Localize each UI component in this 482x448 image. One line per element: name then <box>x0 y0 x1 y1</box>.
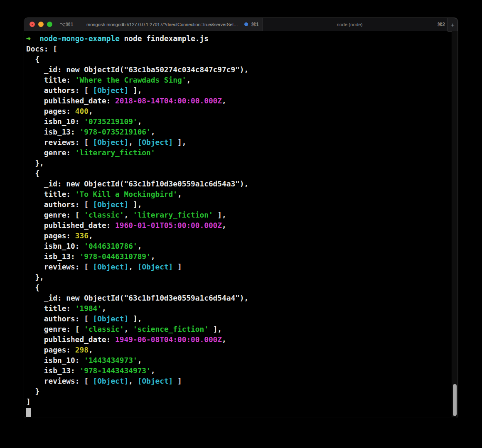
terminal-line: title: 'Where the Crawdads Sing', <box>26 75 452 85</box>
terminal-window: ⌥⌘1 mongosh mongodb://127.0.0.1:27017/?d… <box>24 17 458 418</box>
terminal-line: pages: 400, <box>26 106 452 116</box>
terminal-line: title: 'To Kill a Mockingbird', <box>26 189 452 199</box>
terminal-line: reviews: [ [Object], [Object] ] <box>26 376 452 386</box>
terminal-line: ] <box>26 397 452 407</box>
terminal-line: isb_13: '978-0446310789', <box>26 251 452 262</box>
terminal-line: genre: [ 'classic', 'literary_fiction' ]… <box>26 210 452 220</box>
terminal-line: pages: 336, <box>26 230 452 241</box>
terminal-line: published_date: 2018-08-14T04:00:00.000Z… <box>26 95 452 106</box>
terminal-line: } <box>26 386 452 397</box>
tab-node[interactable]: node (node) ⌘2 <box>262 18 448 31</box>
terminal-line: isbn_10: '1443434973', <box>26 355 452 365</box>
terminal-line: genre: 'literary_fiction' <box>26 147 452 158</box>
terminal-line: published_date: 1960-01-01T05:00:00.000Z… <box>26 220 452 230</box>
terminal-line: authors: [ [Object] ], <box>26 199 452 210</box>
terminal-line: isbn_10: '0446310786', <box>26 241 452 251</box>
terminal-line: reviews: [ [Object], [Object] ] <box>26 262 452 272</box>
terminal-line: _id: new ObjectId("63c1bf10d3e0559a1c6d5… <box>26 179 452 189</box>
new-tab-button[interactable]: + <box>448 18 458 32</box>
tab2-shortcut: ⌘2 <box>437 22 445 27</box>
terminal-cursor <box>26 408 31 417</box>
minimize-button[interactable] <box>38 22 44 27</box>
terminal-line: { <box>26 54 452 64</box>
zoom-button[interactable] <box>47 22 52 27</box>
scrollbar-track[interactable] <box>452 31 458 417</box>
terminal-line: authors: [ [Object] ], <box>26 85 452 95</box>
tab2-title: node (node) <box>263 18 448 31</box>
close-button[interactable] <box>30 22 35 27</box>
tab1-shortcut: ⌘1 <box>251 22 259 27</box>
tab-bar: ⌥⌘1 mongosh mongodb://127.0.0.1:27017/?d… <box>24 18 458 31</box>
window-controls <box>30 18 52 31</box>
plus-icon: + <box>451 21 455 28</box>
terminal-line: authors: [ [Object] ], <box>26 313 452 324</box>
desktop-background: ⌥⌘1 mongosh mongodb://127.0.0.1:27017/?d… <box>0 0 482 448</box>
terminal-line: isb_13: '978-0735219106', <box>26 127 452 137</box>
terminal-line: }, <box>26 272 452 282</box>
terminal-line: title: '1984', <box>26 303 452 313</box>
activity-indicator-dot <box>244 22 248 26</box>
terminal-line: isbn_10: '0735219109', <box>26 116 452 127</box>
terminal-line: pages: 298, <box>26 345 452 355</box>
tab-mongosh[interactable]: ⌥⌘1 mongosh mongodb://127.0.0.1:27017/?d… <box>24 18 262 31</box>
terminal-output: ➜ node-mongo-example node findexample.js… <box>24 31 452 418</box>
terminal-line: }, <box>26 158 452 168</box>
terminal-line: published_date: 1949-06-08T04:00:00.000Z… <box>26 334 452 345</box>
terminal-line: { <box>26 282 452 293</box>
scrollbar-thumb[interactable] <box>453 384 457 416</box>
terminal-line: reviews: [ [Object], [Object] ], <box>26 137 452 147</box>
terminal-line: isb_13: '978-1443434973', <box>26 365 452 376</box>
terminal-line: genre: [ 'classic', 'science_fiction' ], <box>26 324 452 334</box>
terminal-line: _id: new ObjectId("63c1ba50274c034c847c9… <box>26 64 452 75</box>
tab1-modifier-shortcut: ⌥⌘1 <box>60 22 74 27</box>
terminal-line: Docs: [ <box>26 44 452 54</box>
terminal-line: _id: new ObjectId("63c1bf10d3e0559a1c6d5… <box>26 293 452 303</box>
terminal-line: { <box>26 168 452 179</box>
tab1-title: mongosh mongodb://127.0.0.1:27017/?direc… <box>86 18 243 31</box>
terminal-line: ➜ node-mongo-example node findexample.js <box>26 33 452 44</box>
